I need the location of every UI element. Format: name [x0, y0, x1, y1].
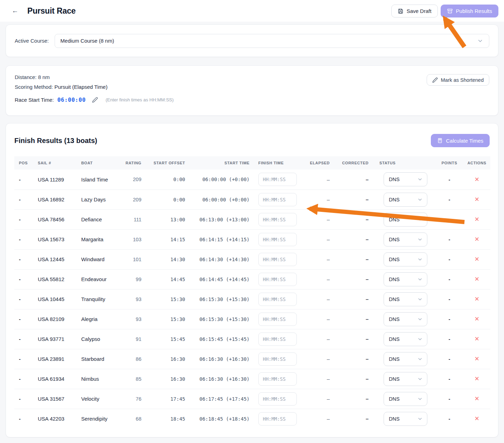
- chevron-down-icon: [417, 416, 423, 422]
- finish-time-cell: [250, 289, 302, 309]
- table-row: - USA 82109 Alegria 93 15:30 06:15:30 (+…: [14, 309, 490, 329]
- status-select[interactable]: DNS: [384, 213, 427, 227]
- col-actions: ACTIONS: [463, 156, 490, 170]
- col-finish-time: FINISH TIME: [250, 156, 302, 170]
- status-cell: DNS: [377, 409, 435, 429]
- delete-row-icon[interactable]: ✕: [474, 316, 479, 322]
- status-select[interactable]: DNS: [384, 312, 427, 326]
- back-arrow-icon[interactable]: ←: [9, 5, 21, 17]
- topbar-actions: Save Draft Publish Results: [391, 5, 498, 17]
- scoring-value: Pursuit (Elapsed Time): [54, 84, 107, 90]
- status-select[interactable]: DNS: [384, 193, 427, 207]
- finish-time-input[interactable]: [258, 293, 297, 306]
- corrected-cell: –: [338, 369, 377, 389]
- finish-time-input[interactable]: [258, 253, 297, 266]
- publish-results-button[interactable]: Publish Results: [441, 5, 498, 17]
- start-time-label: Race Start Time:: [15, 97, 54, 103]
- col-rating: RATING: [123, 156, 141, 170]
- status-select[interactable]: DNS: [384, 372, 427, 386]
- status-select-value: DNS: [389, 396, 400, 402]
- sail-number-cell: USA 16892: [33, 190, 77, 209]
- elapsed-cell: –: [302, 209, 338, 229]
- status-select[interactable]: DNS: [384, 332, 427, 346]
- results-table-body: - USA 11289 Island Time 209 0:00 06:00:0…: [14, 170, 490, 429]
- sail-number-cell: USA 23891: [33, 349, 77, 369]
- points-cell: -: [435, 369, 463, 389]
- start-time-value: 06:00:00: [57, 97, 86, 103]
- status-cell: DNS: [377, 249, 435, 269]
- status-select[interactable]: DNS: [384, 252, 427, 266]
- finish-time-input[interactable]: [258, 273, 297, 286]
- actions-cell: ✕: [463, 249, 490, 269]
- delete-row-icon[interactable]: ✕: [474, 395, 479, 402]
- rating-cell: 85: [123, 369, 141, 389]
- status-select-value: DNS: [389, 257, 400, 262]
- delete-row-icon[interactable]: ✕: [474, 276, 479, 283]
- start-offset-cell: 14:45: [141, 269, 185, 289]
- status-select-value: DNS: [389, 376, 400, 382]
- finish-time-cell: [250, 269, 302, 289]
- archive-box-icon: [447, 8, 453, 14]
- sail-number-cell: USA 78456: [33, 209, 77, 229]
- distance-label: Distance:: [15, 74, 37, 80]
- finish-time-input[interactable]: [258, 313, 297, 326]
- delete-row-icon[interactable]: ✕: [474, 376, 479, 382]
- status-select-value: DNS: [389, 197, 400, 202]
- status-select[interactable]: DNS: [384, 233, 427, 246]
- delete-row-icon[interactable]: ✕: [474, 296, 479, 302]
- finish-time-input[interactable]: [258, 333, 297, 346]
- table-row: - USA 11289 Island Time 209 0:00 06:00:0…: [14, 170, 490, 190]
- finish-time-input[interactable]: [258, 233, 297, 246]
- rating-cell: 103: [123, 229, 141, 249]
- sail-number-cell: USA 93771: [33, 329, 77, 349]
- start-offset-cell: 15:30: [141, 289, 185, 309]
- status-select[interactable]: DNS: [384, 352, 427, 366]
- start-time-cell: 06:15:30 (+15:30): [185, 289, 250, 309]
- delete-row-icon[interactable]: ✕: [474, 176, 479, 183]
- position-cell: -: [14, 349, 33, 369]
- start-time-cell: 06:14:30 (+14:30): [185, 249, 250, 269]
- table-row: - USA 23891 Starboard 86 16:30 06:16:30 …: [14, 349, 490, 369]
- save-draft-button[interactable]: Save Draft: [391, 5, 438, 17]
- finish-time-input[interactable]: [258, 213, 297, 226]
- status-select[interactable]: DNS: [384, 172, 427, 186]
- finish-time-input[interactable]: [258, 193, 297, 206]
- status-select[interactable]: DNS: [384, 272, 427, 286]
- status-select[interactable]: DNS: [384, 292, 427, 306]
- sail-number-cell: USA 42203: [33, 409, 77, 429]
- rating-cell: 86: [123, 349, 141, 369]
- delete-row-icon[interactable]: ✕: [474, 256, 479, 263]
- delete-row-icon[interactable]: ✕: [474, 196, 479, 203]
- delete-row-icon[interactable]: ✕: [474, 356, 479, 362]
- status-select[interactable]: DNS: [384, 392, 427, 406]
- finish-time-input[interactable]: [258, 392, 297, 406]
- actions-cell: ✕: [463, 329, 490, 349]
- course-select[interactable]: Medium Course (8 nm): [55, 34, 489, 48]
- finish-time-input[interactable]: [258, 173, 297, 186]
- start-offset-cell: 14:15: [141, 229, 185, 249]
- finish-time-input[interactable]: [258, 372, 297, 386]
- calculate-times-button[interactable]: Calculate Times: [431, 134, 490, 147]
- actions-cell: ✕: [463, 170, 490, 190]
- actions-cell: ✕: [463, 209, 490, 229]
- finish-time-input[interactable]: [258, 352, 297, 366]
- sail-number-cell: USA 82109: [33, 309, 77, 329]
- start-time-cell: 06:00:00 (+0:00): [185, 190, 250, 209]
- status-cell: DNS: [377, 389, 435, 409]
- elapsed-cell: –: [302, 349, 338, 369]
- delete-row-icon[interactable]: ✕: [474, 415, 479, 422]
- delete-row-icon[interactable]: ✕: [474, 336, 479, 342]
- points-cell: -: [435, 409, 463, 429]
- mark-shortened-button[interactable]: Mark as Shortened: [427, 74, 489, 86]
- delete-row-icon[interactable]: ✕: [474, 216, 479, 223]
- delete-row-icon[interactable]: ✕: [474, 236, 479, 243]
- boat-name-cell: Lazy Days: [77, 190, 123, 209]
- finish-time-input[interactable]: [258, 412, 297, 426]
- status-select[interactable]: DNS: [384, 412, 427, 426]
- edit-pencil-icon[interactable]: [92, 97, 98, 103]
- status-cell: DNS: [377, 170, 435, 190]
- rating-cell: 93: [123, 309, 141, 329]
- active-course-card: Active Course: Medium Course (8 nm): [6, 24, 498, 57]
- points-cell: -: [435, 170, 463, 190]
- save-icon: [398, 8, 404, 14]
